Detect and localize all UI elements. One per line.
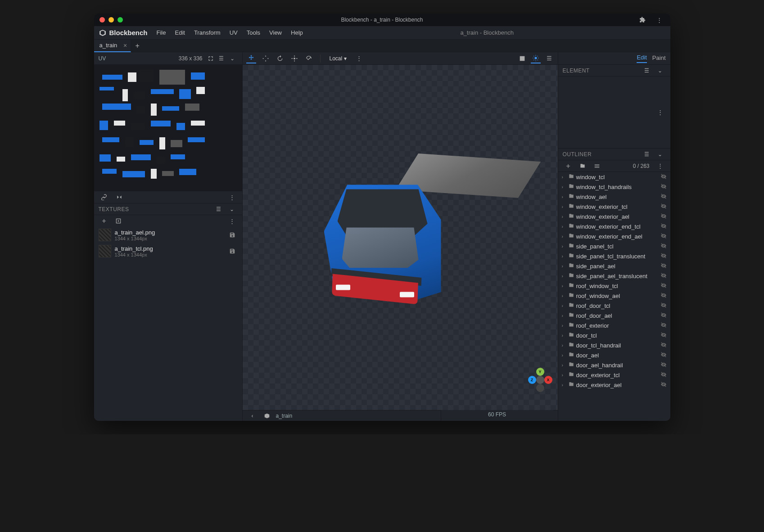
mirror-icon[interactable] bbox=[115, 193, 124, 202]
chevron-right-icon[interactable]: › bbox=[562, 363, 566, 368]
menu-edit[interactable]: Edit bbox=[171, 27, 188, 38]
chevron-right-icon[interactable]: › bbox=[562, 214, 566, 219]
3d-viewport[interactable]: YXZ bbox=[243, 65, 558, 410]
visibility-toggle-icon[interactable] bbox=[660, 233, 667, 240]
chevron-right-icon[interactable]: › bbox=[562, 244, 566, 249]
visibility-toggle-icon[interactable] bbox=[660, 213, 667, 221]
menu-help[interactable]: Help bbox=[287, 27, 307, 38]
pivot-tool[interactable] bbox=[289, 54, 299, 63]
chevron-right-icon[interactable]: › bbox=[562, 323, 566, 328]
chevron-right-icon[interactable]: › bbox=[562, 333, 566, 338]
panel-menu-icon[interactable]: ☰ bbox=[217, 54, 226, 63]
visibility-toggle-icon[interactable] bbox=[660, 193, 667, 201]
save-icon[interactable] bbox=[228, 230, 237, 239]
chevron-down-icon[interactable]: ⌄ bbox=[228, 205, 237, 214]
visibility-toggle-icon[interactable] bbox=[660, 352, 667, 359]
link-icon[interactable] bbox=[99, 193, 108, 202]
outliner-item[interactable]: ›window_tcl bbox=[558, 172, 670, 182]
panel-menu-icon[interactable]: ☰ bbox=[642, 66, 651, 75]
chevron-left-icon[interactable]: ‹ bbox=[248, 411, 257, 420]
chevron-right-icon[interactable]: › bbox=[562, 353, 566, 358]
uv-editor[interactable] bbox=[94, 65, 242, 191]
resize-tool[interactable] bbox=[261, 54, 271, 63]
panel-menu-icon[interactable]: ☰ bbox=[214, 205, 223, 214]
fullscreen-icon[interactable] bbox=[206, 54, 215, 63]
chevron-right-icon[interactable]: › bbox=[562, 303, 566, 308]
extension-icon[interactable] bbox=[638, 15, 647, 24]
maximize-window-button[interactable] bbox=[118, 17, 123, 23]
mode-paint[interactable]: Paint bbox=[652, 54, 666, 63]
outliner-item[interactable]: ›window_exterior_ael bbox=[558, 212, 670, 221]
save-icon[interactable] bbox=[228, 247, 237, 256]
mode-edit[interactable]: Edit bbox=[637, 54, 646, 63]
outliner-item[interactable]: ›door_tcl bbox=[558, 330, 670, 340]
chevron-right-icon[interactable]: › bbox=[562, 224, 566, 229]
outliner-item[interactable]: ›roof_exterior bbox=[558, 320, 670, 330]
background-icon[interactable] bbox=[517, 54, 527, 63]
chevron-right-icon[interactable]: › bbox=[562, 175, 566, 180]
visibility-toggle-icon[interactable] bbox=[660, 243, 667, 250]
visibility-toggle-icon[interactable] bbox=[660, 203, 667, 211]
chevron-right-icon[interactable]: › bbox=[562, 264, 566, 269]
textures-more-icon[interactable]: ⋮ bbox=[228, 216, 237, 225]
chevron-down-icon[interactable]: ⌄ bbox=[656, 150, 665, 159]
chevron-right-icon[interactable]: › bbox=[562, 254, 566, 259]
visibility-toggle-icon[interactable] bbox=[660, 183, 667, 191]
close-window-button[interactable] bbox=[99, 17, 105, 23]
visibility-toggle-icon[interactable] bbox=[660, 361, 667, 369]
chevron-right-icon[interactable]: › bbox=[562, 204, 566, 209]
visibility-toggle-icon[interactable] bbox=[660, 292, 667, 300]
chevron-right-icon[interactable]: › bbox=[562, 274, 566, 279]
chevron-right-icon[interactable]: › bbox=[562, 383, 566, 388]
orientation-gizmo[interactable]: YXZ bbox=[528, 368, 552, 392]
outliner-item[interactable]: ›door_ael bbox=[558, 350, 670, 360]
uv-more-icon[interactable]: ⋮ bbox=[228, 193, 237, 202]
vertex-snap-tool[interactable] bbox=[304, 54, 314, 63]
outliner-item[interactable]: ›window_ael bbox=[558, 192, 670, 202]
menu-transform[interactable]: Transform bbox=[190, 27, 224, 38]
menu-file[interactable]: File bbox=[153, 27, 170, 38]
outliner-item[interactable]: ›roof_door_ael bbox=[558, 311, 670, 320]
outliner-item[interactable]: ›window_exterior_tcl bbox=[558, 202, 670, 212]
outliner-item[interactable]: ›side_panel_ael bbox=[558, 261, 670, 271]
add-group-icon[interactable] bbox=[578, 162, 587, 171]
outliner-more-icon[interactable]: ⋮ bbox=[656, 162, 665, 171]
new-tab-button[interactable]: + bbox=[131, 40, 144, 52]
chevron-right-icon[interactable]: › bbox=[562, 234, 566, 239]
outliner-item[interactable]: ›side_panel_tcl_translucent bbox=[558, 251, 670, 261]
visibility-toggle-icon[interactable] bbox=[660, 252, 667, 260]
view-menu-icon[interactable]: ☰ bbox=[544, 54, 554, 63]
move-tool[interactable] bbox=[246, 54, 256, 63]
visibility-toggle-icon[interactable] bbox=[660, 272, 667, 280]
minimize-window-button[interactable] bbox=[108, 17, 114, 23]
visibility-toggle-icon[interactable] bbox=[660, 332, 667, 339]
chevron-right-icon[interactable]: › bbox=[562, 284, 566, 289]
toolbar-more-icon[interactable]: ⋮ bbox=[355, 54, 364, 63]
visibility-toggle-icon[interactable] bbox=[660, 302, 667, 310]
outliner-item[interactable]: ›door_tcl_handrail bbox=[558, 340, 670, 350]
menu-view[interactable]: View bbox=[266, 27, 285, 38]
outliner-item[interactable]: ›roof_window_tcl bbox=[558, 281, 670, 291]
chevron-down-icon[interactable]: ⌄ bbox=[656, 66, 665, 75]
visibility-toggle-icon[interactable] bbox=[660, 381, 667, 389]
menu-tools[interactable]: Tools bbox=[243, 27, 264, 38]
add-cube-icon[interactable] bbox=[564, 162, 573, 171]
visibility-toggle-icon[interactable] bbox=[660, 371, 667, 379]
outliner-item[interactable]: ›roof_door_tcl bbox=[558, 301, 670, 311]
visibility-toggle-icon[interactable] bbox=[660, 173, 667, 181]
chevron-right-icon[interactable]: › bbox=[562, 313, 566, 318]
visibility-toggle-icon[interactable] bbox=[660, 322, 667, 329]
rotate-tool[interactable] bbox=[275, 54, 285, 63]
chevron-right-icon[interactable]: › bbox=[562, 293, 566, 298]
chevron-right-icon[interactable]: › bbox=[562, 194, 566, 199]
visibility-toggle-icon[interactable] bbox=[660, 342, 667, 349]
close-tab-icon[interactable]: × bbox=[123, 42, 127, 49]
chevron-right-icon[interactable]: › bbox=[562, 343, 566, 348]
transform-space-dropdown[interactable]: Local ▾ bbox=[327, 54, 349, 63]
outliner-item[interactable]: ›door_ael_handrail bbox=[558, 360, 670, 370]
outliner-item[interactable]: ›window_tcl_handrails bbox=[558, 182, 670, 192]
visibility-toggle-icon[interactable] bbox=[660, 262, 667, 270]
outliner-item[interactable]: ›door_exterior_ael bbox=[558, 380, 670, 390]
tab-a-train[interactable]: a_train × bbox=[94, 40, 131, 52]
chevron-right-icon[interactable]: › bbox=[562, 185, 566, 189]
